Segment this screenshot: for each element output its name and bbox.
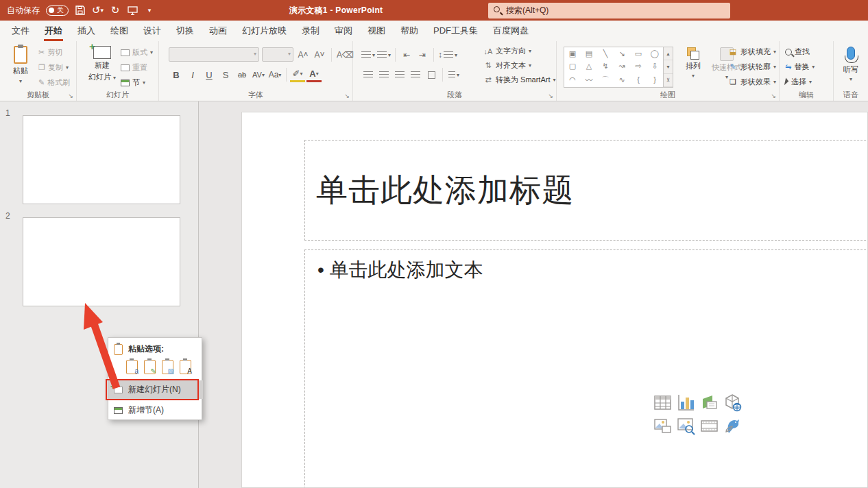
title-placeholder[interactable]: 单击此处添加标题 (304, 140, 868, 241)
insert-smartart-icon[interactable] (700, 393, 719, 412)
shape-effects-button[interactable]: ❏ 形状效果▾ (728, 77, 776, 87)
tab-animations[interactable]: 动画 (202, 21, 234, 41)
shape-outline-button[interactable]: ✎ 形状轮廓▾ (728, 62, 776, 72)
shape-outline-icon: ✎ (728, 62, 738, 71)
align-center-button[interactable] (377, 67, 391, 82)
slide-thumbnail-1[interactable] (23, 115, 180, 204)
dictate-button[interactable]: 听写 ▾ (834, 47, 868, 82)
tab-draw[interactable]: 绘图 (103, 21, 136, 41)
drawing-dialog-launcher-icon[interactable]: ↘ (771, 93, 776, 99)
body-placeholder[interactable]: • 单击此处添加文本 (304, 249, 868, 488)
decrease-indent-button[interactable]: ⇤ (400, 47, 413, 62)
clipboard-dialog-launcher-icon[interactable]: ↘ (68, 93, 73, 99)
scroll-down-icon[interactable]: ▼ (664, 60, 673, 73)
columns-button[interactable] (424, 67, 438, 82)
strikethrough-button[interactable]: ab (234, 67, 250, 82)
scroll-up-icon[interactable]: ▲ (664, 47, 673, 60)
grow-font-button[interactable]: A˄ (296, 47, 310, 62)
tab-transitions[interactable]: 切换 (169, 21, 202, 41)
font-size-select[interactable] (262, 47, 293, 62)
italic-button[interactable]: I (185, 67, 200, 82)
tab-design[interactable]: 设计 (136, 21, 169, 41)
paste-keep-source-formatting-button[interactable]: a (126, 360, 138, 374)
search-input[interactable]: 搜索(Alt+Q) (488, 3, 730, 19)
insert-3d-model-icon[interactable] (723, 393, 742, 412)
find-button[interactable]: 查找 (785, 47, 815, 57)
tab-record[interactable]: 录制 (294, 21, 327, 41)
line-spacing-button[interactable]: ↕▾ (438, 47, 457, 62)
increase-indent-button[interactable]: ⇥ (415, 47, 429, 62)
shrink-font-button[interactable]: A˅ (313, 47, 326, 62)
bold-button[interactable]: B (169, 67, 184, 82)
shape-fill-button[interactable]: ⬓ 形状填充▾ (728, 47, 776, 57)
customize-qat-icon[interactable]: ▾ (144, 3, 155, 18)
tab-review[interactable]: 审阅 (327, 21, 360, 41)
context-menu: 粘贴选项: a ✎ ▨ A + 新建幻灯片(N) 新增节(A) (108, 337, 202, 420)
save-icon[interactable] (75, 3, 86, 18)
redo-button[interactable]: ↻ (110, 3, 121, 18)
slide-thumbnail-2[interactable] (23, 217, 180, 306)
font-dialog-launcher-icon[interactable]: ↘ (344, 93, 350, 99)
tab-view[interactable]: 视图 (360, 21, 393, 41)
shadow-button[interactable]: S (218, 67, 233, 82)
insert-stock-images-icon[interactable] (677, 417, 695, 435)
reset-button[interactable]: 重置 (121, 62, 153, 73)
tab-file[interactable]: 文件 (4, 21, 37, 41)
section-button[interactable]: 节▾ (121, 77, 153, 88)
highlight-color-button[interactable]: ✐▾ (290, 67, 305, 82)
justify-button[interactable] (409, 67, 422, 82)
tab-home[interactable]: 开始 (37, 21, 70, 41)
paste-as-picture-button[interactable]: ▨ (162, 360, 173, 374)
insert-pictures-icon[interactable] (653, 417, 672, 435)
layout-button[interactable]: 版式▾ (121, 47, 153, 58)
group-slides: 新建 幻灯片 ▾ 版式▾ 重置 节▾ 幻灯片 (77, 41, 159, 101)
menu-item-new-slide[interactable]: + 新建幻灯片(N) (108, 380, 203, 399)
tab-slideshow[interactable]: 幻灯片放映 (234, 21, 294, 41)
align-text-button[interactable]: ⇅ 对齐文本▾ (483, 60, 555, 71)
menu-item-new-section[interactable]: 新增节(A) (108, 401, 203, 419)
paste-use-destination-theme-button[interactable]: ✎ (144, 360, 156, 374)
search-icon (494, 6, 500, 12)
numbering-button[interactable]: ▾ (377, 47, 391, 62)
bullets-button[interactable]: ▾ (361, 47, 375, 62)
convert-smartart-button[interactable]: ⇄ 转换为 SmartArt▾ (483, 75, 555, 85)
undo-caret-icon[interactable]: ▾ (101, 7, 104, 14)
gallery-more-icon[interactable]: ⊻ (664, 74, 673, 87)
arrange-button[interactable]: 排列 ▾ (682, 47, 705, 79)
font-color-button[interactable]: A▾ (306, 67, 322, 82)
font-name-select[interactable] (169, 47, 259, 62)
paste-keep-text-only-button[interactable]: A (180, 360, 191, 374)
paste-button[interactable]: 粘贴 ▾ (7, 46, 34, 91)
add-remove-columns-button[interactable]: ▾ (447, 67, 461, 82)
shape-gallery-scrollbar[interactable]: ▲ ▼ ⊻ (664, 47, 673, 88)
slide-canvas[interactable]: 单击此处添加标题 • 单击此处添加文本 (241, 112, 868, 488)
change-case-button[interactable]: Aa▾ (267, 67, 282, 82)
insert-table-icon[interactable] (653, 393, 672, 412)
copy-button[interactable]: ❐ 复制 ▾ (38, 62, 70, 73)
insert-chart-icon[interactable] (677, 393, 695, 412)
start-slideshow-icon[interactable] (127, 3, 138, 18)
replace-button[interactable]: ⇋ 替换▾ (785, 62, 815, 72)
clear-formatting-button[interactable]: A⌫ (337, 47, 354, 62)
insert-icons-icon[interactable] (723, 417, 742, 435)
select-button[interactable]: 选择▾ (785, 77, 815, 87)
format-painter-button[interactable]: ✎ 格式刷 (38, 77, 70, 88)
align-left-button[interactable] (361, 67, 375, 82)
underline-button[interactable]: U (202, 67, 217, 82)
character-spacing-button[interactable]: AV▾ (251, 67, 266, 82)
autosave-toggle[interactable]: 关 (46, 5, 69, 16)
undo-button[interactable]: ↺▾ (92, 3, 104, 18)
new-slide-button[interactable]: 新建 幻灯片 ▾ (86, 46, 118, 94)
tab-pdf-tools[interactable]: PDF工具集 (426, 21, 485, 41)
align-left-icon (363, 71, 373, 79)
text-direction-button[interactable]: ↓A 文字方向▾ (483, 46, 555, 56)
tab-insert[interactable]: 插入 (70, 21, 103, 41)
shape-gallery[interactable]: ▣▤ ╲↘ ▭◯ ▢△ ↯↝ ⇨⇩ ◠〰 ⌒∿ {} (564, 47, 664, 88)
align-right-button[interactable] (393, 67, 407, 82)
tab-baidu-netdisk[interactable]: 百度网盘 (485, 21, 536, 41)
paragraph-dialog-launcher-icon[interactable]: ↘ (548, 93, 553, 99)
cut-button[interactable]: ✂ 剪切 (38, 47, 70, 58)
ribbon: 粘贴 ▾ ✂ 剪切 ❐ 复制 ▾ ✎ 格式刷 剪贴板 ↘ (0, 41, 868, 101)
tab-help[interactable]: 帮助 (393, 21, 426, 41)
insert-video-icon[interactable] (700, 417, 719, 435)
